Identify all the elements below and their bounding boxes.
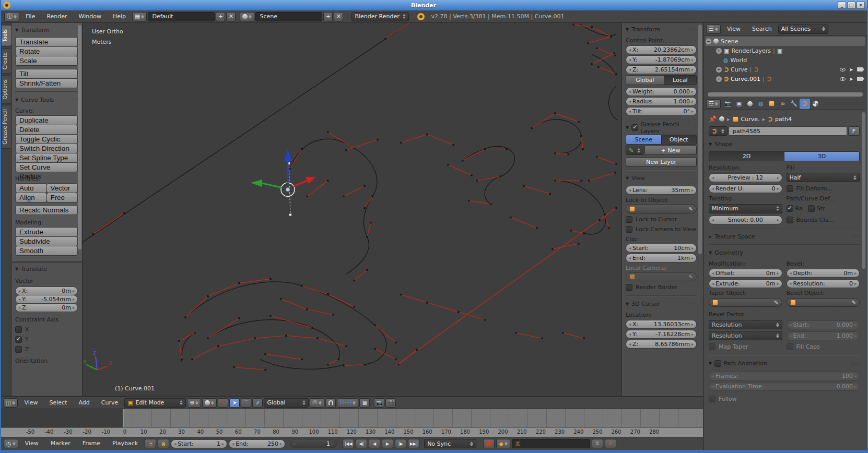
editor-type-outliner-button[interactable]: ☰ bbox=[706, 25, 721, 34]
tab-modifiers-icon[interactable]: 🔧 bbox=[789, 99, 799, 109]
fill-deform-checkbox[interactable] bbox=[787, 185, 793, 192]
lens-field[interactable]: Lens:35mm bbox=[626, 186, 697, 195]
extrude-button[interactable]: Extrude bbox=[15, 227, 78, 237]
texture-space-panel-header[interactable]: Texture Space:::: bbox=[709, 232, 860, 241]
eyedropper-icon-4[interactable]: ✎ bbox=[852, 300, 856, 305]
jump-to-end-button[interactable]: ▶▶| bbox=[408, 439, 419, 448]
snap-magnet-icon[interactable] bbox=[325, 398, 336, 408]
taper-object-field[interactable]: ✎ bbox=[709, 298, 782, 307]
lock-to-object-field[interactable]: ✎ bbox=[626, 205, 697, 213]
proportional-edit-dropdown[interactable] bbox=[310, 398, 324, 408]
local-button[interactable]: Local bbox=[664, 75, 697, 85]
tilt-field[interactable]: Tilt:0° bbox=[626, 107, 697, 116]
eyedropper-icon-2[interactable]: ✎ bbox=[689, 274, 693, 280]
transform-orientation-dropdown[interactable]: Global bbox=[264, 398, 309, 408]
manipulator-z-arrow[interactable] bbox=[284, 149, 291, 161]
bevel-object-field[interactable]: ✎ bbox=[787, 298, 860, 307]
outliner-row-renderlayers[interactable]: + ▣ RenderLayers | ▣ bbox=[706, 46, 865, 55]
tl-menu-marker[interactable]: Marker bbox=[45, 438, 76, 449]
layout-name-field[interactable]: Default bbox=[148, 12, 215, 21]
menu-render[interactable]: Render bbox=[41, 11, 72, 22]
curve-tools-panel-header[interactable]: Curve Tools:::: bbox=[15, 96, 78, 104]
smooth-button[interactable]: Smooth bbox=[15, 246, 78, 256]
weight-field[interactable]: Weight:0.000 bbox=[626, 87, 697, 96]
id-type-dropdown[interactable] bbox=[709, 126, 728, 136]
clip-end-field[interactable]: End:1km bbox=[626, 254, 697, 263]
render-engine-dropdown[interactable]: Blender Render bbox=[351, 12, 409, 21]
tab-render-icon[interactable]: 📷 bbox=[723, 99, 733, 109]
view-panel-header[interactable]: View:::: bbox=[626, 174, 697, 183]
extrude-field[interactable]: Extrude:0m bbox=[709, 279, 782, 288]
tab-object-data-icon[interactable] bbox=[800, 99, 810, 109]
maximize-button[interactable]: □ bbox=[847, 2, 855, 9]
add-scene-button[interactable]: + bbox=[323, 12, 333, 21]
transform-panel-header[interactable]: Transform:::: bbox=[15, 26, 78, 34]
scale-button[interactable]: Scale bbox=[15, 56, 78, 66]
shape-3d-button[interactable]: 3D bbox=[784, 151, 860, 161]
n-panel-scrollbar[interactable] bbox=[698, 25, 702, 254]
toggle-cyclic-button[interactable]: Toggle Cyclic bbox=[15, 134, 78, 144]
delete-keyframe-button[interactable]: ⚿̸ bbox=[605, 439, 616, 448]
crumb-data-name[interactable]: path4 bbox=[775, 116, 792, 123]
vp-menu-add[interactable]: Add bbox=[73, 397, 95, 409]
next-keyframe-button[interactable]: |▶ bbox=[395, 439, 406, 448]
frame-end-field[interactable]: End:250 bbox=[229, 439, 285, 448]
bevel-depth-field[interactable]: Depth:0m bbox=[787, 269, 860, 278]
keyframe-type-dropdown[interactable]: ◆ bbox=[496, 439, 510, 448]
tool-shelf-scrollbar[interactable] bbox=[78, 25, 81, 249]
outliner-row-scene[interactable]: − Scene bbox=[706, 37, 865, 46]
handles-vector-button[interactable]: Vector bbox=[46, 183, 78, 193]
tab-tools[interactable]: Tools bbox=[1, 25, 12, 46]
curve-edit-canvas[interactable]: Y Z X bbox=[83, 23, 621, 396]
radius-field[interactable]: Radius:1.000 bbox=[626, 97, 697, 106]
manipulator-x-arrow[interactable] bbox=[306, 177, 316, 184]
cursor-y-field[interactable]: Y:-7.16228cm bbox=[626, 330, 697, 339]
bevel-resolution-field[interactable]: Resolution:0 bbox=[787, 279, 860, 288]
eyedropper-icon[interactable]: ✎ bbox=[689, 206, 693, 212]
vp-menu-curve[interactable]: Curve bbox=[96, 397, 123, 409]
tab-material-icon[interactable] bbox=[811, 99, 821, 109]
properties-scrollbar[interactable] bbox=[862, 112, 865, 269]
bevel-factor-start-field[interactable]: Start:0.000 bbox=[787, 320, 860, 329]
delete-scene-button[interactable]: ✕ bbox=[334, 12, 343, 21]
clip-start-field[interactable]: Start:10cm bbox=[626, 244, 697, 253]
current-frame-field[interactable]: 1 bbox=[290, 439, 337, 448]
menu-help[interactable]: Help bbox=[108, 11, 131, 22]
subdivide-button[interactable]: Subdivide bbox=[15, 236, 78, 246]
manipulator-rotate-icon[interactable]: ⌒ bbox=[241, 398, 251, 408]
switch-direction-button[interactable]: Switch Direction bbox=[15, 144, 78, 153]
cp-x-field[interactable]: X:20.23862cm bbox=[626, 45, 697, 54]
fill-mode-dropdown[interactable]: Half bbox=[787, 173, 860, 182]
editor-type-properties-button[interactable]: ☲ bbox=[706, 99, 721, 109]
gp-object-tab[interactable]: Object bbox=[661, 135, 697, 145]
crumb-object-name[interactable]: Curve. bbox=[741, 116, 760, 123]
tab-grease-pencil[interactable]: Grease Pencil bbox=[1, 105, 12, 149]
manipulator-scale-icon[interactable]: ⬈ bbox=[252, 398, 263, 408]
screen-layout-icon-button[interactable]: ▦ bbox=[132, 12, 147, 21]
constraint-y-checkbox[interactable] bbox=[15, 336, 22, 343]
outliner-menu-search[interactable]: Search bbox=[747, 23, 777, 35]
editor-type-timeline-button[interactable]: ◷ bbox=[4, 439, 18, 448]
visibility-eye-icon-2[interactable] bbox=[840, 77, 846, 81]
current-frame-marker[interactable] bbox=[123, 409, 124, 427]
renderability-camera-icon-2[interactable] bbox=[857, 77, 863, 81]
tl-menu-frame[interactable]: Frame bbox=[77, 438, 105, 449]
renderability-camera-icon[interactable] bbox=[857, 67, 863, 71]
eyedropper-icon-3[interactable]: ✎ bbox=[774, 300, 778, 305]
editor-type-3dview-button[interactable]: ◫ bbox=[3, 398, 18, 408]
tl-menu-playback[interactable]: Playback bbox=[107, 438, 143, 449]
shape-panel-header[interactable]: Shape:::: bbox=[709, 140, 860, 149]
bounds-clamp-checkbox[interactable] bbox=[787, 217, 793, 223]
minimize-button[interactable]: _ bbox=[838, 2, 846, 9]
scene-icon-button[interactable] bbox=[240, 12, 254, 21]
outliner-filter-dropdown[interactable]: All Scenes bbox=[778, 25, 828, 34]
radius-checkbox[interactable] bbox=[787, 205, 793, 212]
collapse-icon[interactable]: − bbox=[706, 39, 711, 44]
outliner-h-scrollbar[interactable] bbox=[708, 92, 863, 97]
grease-pencil-header[interactable]: Grease Pencil Layers: bbox=[626, 123, 697, 132]
viewport-shading-dropdown[interactable]: ⊕ bbox=[187, 398, 201, 408]
tab-constraints-icon[interactable]: ∞ bbox=[778, 99, 788, 109]
handles-align-button[interactable]: Align bbox=[15, 193, 47, 202]
grease-pencil-checkbox[interactable] bbox=[631, 124, 638, 131]
transform-manipulator[interactable] bbox=[251, 149, 316, 216]
